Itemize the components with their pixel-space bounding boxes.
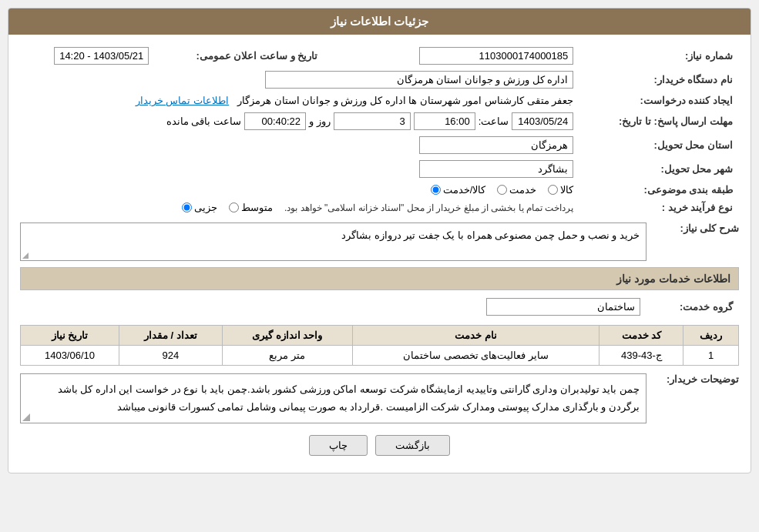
noe-motevaset-radio[interactable]	[229, 202, 239, 212]
shahr-input: بشاگرد	[419, 160, 573, 178]
namDastgah-value: اداره کل ورزش و جوانان استان هرمزگان	[20, 68, 579, 92]
noe-desc-text: پرداخت تمام یا بخشی از مبلغ خریدار از مح…	[284, 202, 573, 213]
tabaqe-khadamat-label: خدمت	[509, 184, 536, 196]
tabaqe-khadamat-item: خدمت	[497, 184, 536, 196]
col-radif: ردیف	[683, 326, 739, 346]
tarikhe-aalan-value: 1403/05/21 - 14:20	[20, 44, 155, 68]
noe-motevaset-label: متوسط	[241, 202, 273, 213]
noe-jozi-item: جزیی	[182, 202, 217, 213]
tabaqe-kala-item: کالا	[548, 184, 573, 196]
ijadKonande-text: جعفر متقی کارشناس امور شهرستان ها اداره …	[237, 95, 573, 106]
top-info-table: شماره نیاز: 1103000174000185 تاریخ و ساع…	[20, 44, 739, 216]
col-kod: کد خدمت	[599, 326, 683, 346]
tabaqe-kala-khadamat-item: کالا/خدمت	[431, 184, 486, 196]
header-title: جزئیات اطلاعات نیاز	[331, 15, 428, 28]
tabaqe-khadamat-radio[interactable]	[497, 185, 507, 195]
tabaqe-radio-group: کالا خدمت کالا/خدمت	[20, 181, 579, 199]
ostan-value: هرمزگان	[20, 133, 579, 157]
page-container: جزئیات اطلاعات نیاز شماره نیاز: 11030001…	[0, 0, 759, 532]
mohlat-baqi-label: ساعت باقی مانده	[166, 115, 241, 127]
table-row: 1ج-43-439سایر فعالیت‌های تخصصی ساختمانمت…	[21, 346, 739, 366]
tabaqe-label: طبقه بندی موضوعی:	[579, 181, 739, 199]
cell-tedad: 924	[119, 346, 223, 366]
tabaqe-kala-khadamat-label: کالا/خدمت	[443, 184, 486, 196]
cell-radif: 1	[683, 346, 739, 366]
tabaqe-kala-label: کالا	[560, 184, 573, 196]
cell-tarikh: 1403/06/10	[21, 346, 119, 366]
col-tarikh: تاریخ نیاز	[21, 326, 119, 346]
cell-vahad: متر مربع	[222, 346, 352, 366]
grohe-label: گروه خدمت:	[646, 295, 739, 319]
grohe-value: ساختمان	[20, 295, 646, 319]
noe-motevaset-item: متوسط	[229, 202, 273, 213]
sharh-box: خرید و نصب و حمل چمن مصنوعی همراه با یک …	[20, 223, 646, 261]
tozih-box: چمن باید تولیدبران وداری گارانتی وتاییدی…	[20, 373, 646, 423]
tarikhe-aalan-input: 1403/05/21 - 14:20	[54, 47, 149, 65]
shahr-label: شهر محل تحویل:	[579, 157, 739, 181]
namDastgah-input: اداره کل ورزش و جوانان استان هرمزگان	[265, 71, 573, 89]
btn-row: بازگشت چاپ	[20, 435, 739, 456]
shahr-value: بشاگرد	[20, 157, 579, 181]
shomareNiaz-value: 1103000174000185	[370, 44, 579, 68]
mohlat-baqi-input: 00:40:22	[244, 112, 306, 130]
mohlat-saat-label: ساعت:	[479, 115, 509, 127]
tabaqe-kala-radio[interactable]	[548, 185, 558, 195]
mohlat-label: مهلت ارسال پاسخ: تا تاریخ:	[579, 109, 739, 133]
ostan-label: استان محل تحویل:	[579, 133, 739, 157]
tarikhe-aalan-label: تاریخ و ساعت اعلان عمومی:	[155, 44, 324, 68]
tozih-section: توضیحات خریدار: چمن باید تولیدبران وداری…	[20, 373, 739, 423]
mohlat-date-input: 1403/05/24	[512, 112, 573, 130]
ijadKonande-label: ایجاد کننده درخواست:	[579, 92, 739, 109]
ostan-input: هرمزگان	[419, 136, 573, 154]
resize-handle-icon	[22, 413, 30, 421]
col-tedad: تعداد / مقدار	[119, 326, 223, 346]
noe-label: نوع فرآیند خرید :	[579, 199, 739, 216]
mohlat-roz-input: 3	[334, 112, 411, 130]
shomareNiaz-label: شماره نیاز:	[579, 44, 739, 68]
shomareNiaz-input: 1103000174000185	[419, 47, 573, 65]
grohe-input: ساختمان	[486, 298, 640, 316]
noe-radios: پرداخت تمام یا بخشی از مبلغ خریدار از مح…	[26, 202, 573, 213]
card-header: جزئیات اطلاعات نیاز	[8, 8, 751, 35]
grohe-table: گروه خدمت: ساختمان	[20, 295, 739, 319]
noe-jozi-label: جزیی	[194, 202, 217, 213]
tozih-text: چمن باید تولیدبران وداری گارانتی وتاییدی…	[58, 383, 640, 413]
ettelaat-link[interactable]: اطلاعات تماس خریدار	[136, 95, 229, 106]
mohlat-row: 1403/05/24 ساعت: 16:00 3 روز و 00:40:22 …	[20, 109, 579, 133]
main-card: جزئیات اطلاعات نیاز شماره نیاز: 11030001…	[8, 8, 751, 473]
mohlat-datetime-row: 1403/05/24 ساعت: 16:00 3 روز و 00:40:22 …	[26, 112, 573, 130]
tozih-label: توضیحات خریدار:	[654, 373, 739, 385]
col-name: نام خدمت	[352, 326, 599, 346]
sharh-label: شرح کلی نیاز:	[654, 223, 739, 234]
tabaqe-radios: کالا خدمت کالا/خدمت	[26, 184, 573, 196]
khadamat-section-header: اطلاعات خدمات مورد نیاز	[20, 267, 739, 290]
cell-kod: ج-43-439	[599, 346, 683, 366]
cell-name: سایر فعالیت‌های تخصصی ساختمان	[352, 346, 599, 366]
ijadKonande-value: جعفر متقی کارشناس امور شهرستان ها اداره …	[20, 92, 579, 109]
back-button[interactable]: بازگشت	[375, 435, 450, 456]
noe-jozi-radio[interactable]	[182, 202, 192, 212]
namDastgah-label: نام دستگاه خریدار:	[579, 68, 739, 92]
sharh-text: خرید و نصب و حمل چمن مصنوعی همراه با یک …	[341, 229, 640, 241]
noe-row: پرداخت تمام یا بخشی از مبلغ خریدار از مح…	[20, 199, 579, 216]
services-table: ردیف کد خدمت نام خدمت واحد اندازه گیری ت…	[20, 325, 739, 366]
sharh-section: شرح کلی نیاز: خرید و نصب و حمل چمن مصنوع…	[20, 223, 739, 261]
mohlat-roz-label: روز و	[309, 115, 331, 127]
mohlat-saat-input: 16:00	[414, 112, 475, 130]
card-body: شماره نیاز: 1103000174000185 تاریخ و ساع…	[8, 35, 751, 473]
print-button[interactable]: چاپ	[309, 435, 368, 456]
col-vahad: واحد اندازه گیری	[222, 326, 352, 346]
tabaqe-kala-khadamat-radio[interactable]	[431, 185, 441, 195]
